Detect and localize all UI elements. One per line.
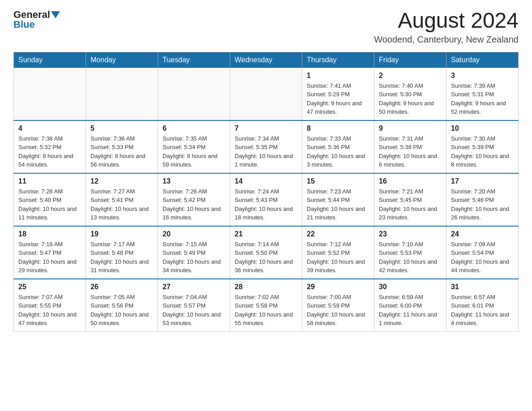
day-info: Sunrise: 7:23 AM Sunset: 5:44 PM Dayligh… [307,187,369,222]
day-info: Sunrise: 7:12 AM Sunset: 5:52 PM Dayligh… [307,240,369,275]
day-number: 25 [18,283,81,291]
day-info: Sunrise: 7:28 AM Sunset: 5:40 PM Dayligh… [18,187,81,222]
calendar-day-cell [86,68,158,120]
day-number: 8 [307,124,369,133]
weekday-header-wednesday: Wednesday [230,52,302,68]
day-number: 18 [18,230,81,238]
weekday-header-sunday: Sunday [14,52,86,68]
calendar-day-cell: 13Sunrise: 7:26 AM Sunset: 5:42 PM Dayli… [158,173,230,226]
calendar-day-cell: 25Sunrise: 7:07 AM Sunset: 5:55 PM Dayli… [14,279,86,332]
calendar-day-cell: 27Sunrise: 7:04 AM Sunset: 5:57 PM Dayli… [158,279,230,332]
day-info: Sunrise: 7:15 AM Sunset: 5:49 PM Dayligh… [163,240,225,275]
day-info: Sunrise: 7:39 AM Sunset: 5:31 PM Dayligh… [451,81,514,116]
location: Woodend, Canterbury, New Zealand [374,34,519,45]
day-number: 5 [90,124,153,133]
weekday-header-thursday: Thursday [302,52,374,68]
day-info: Sunrise: 7:05 AM Sunset: 5:56 PM Dayligh… [90,293,153,328]
calendar-day-cell: 4Sunrise: 7:38 AM Sunset: 5:32 PM Daylig… [14,120,86,173]
calendar-day-cell: 3Sunrise: 7:39 AM Sunset: 5:31 PM Daylig… [446,68,519,120]
day-number: 20 [163,230,225,238]
weekday-header-monday: Monday [86,52,158,68]
logo-triangle-icon [51,11,60,18]
calendar-day-cell: 24Sunrise: 7:09 AM Sunset: 5:54 PM Dayli… [446,226,519,279]
calendar-day-cell: 9Sunrise: 7:31 AM Sunset: 5:38 PM Daylig… [374,120,446,173]
day-number: 21 [235,230,297,238]
calendar-day-cell: 20Sunrise: 7:15 AM Sunset: 5:49 PM Dayli… [158,226,230,279]
day-info: Sunrise: 7:09 AM Sunset: 5:54 PM Dayligh… [451,240,514,275]
calendar-day-cell: 19Sunrise: 7:17 AM Sunset: 5:48 PM Dayli… [86,226,158,279]
calendar-day-cell: 14Sunrise: 7:24 AM Sunset: 5:43 PM Dayli… [230,173,302,226]
day-info: Sunrise: 7:36 AM Sunset: 5:33 PM Dayligh… [90,134,153,169]
calendar-day-cell: 17Sunrise: 7:20 AM Sunset: 5:46 PM Dayli… [446,173,519,226]
calendar-day-cell: 31Sunrise: 6:57 AM Sunset: 6:01 PM Dayli… [446,279,519,332]
day-info: Sunrise: 7:34 AM Sunset: 5:35 PM Dayligh… [235,134,297,169]
calendar-day-cell [230,68,302,120]
day-number: 22 [307,230,369,238]
title-area: August 2024 Woodend, Canterbury, New Zea… [374,9,519,45]
weekday-header-tuesday: Tuesday [158,52,230,68]
calendar-day-cell: 8Sunrise: 7:33 AM Sunset: 5:36 PM Daylig… [302,120,374,173]
day-number: 11 [18,177,81,185]
day-info: Sunrise: 7:33 AM Sunset: 5:36 PM Dayligh… [307,134,369,169]
day-number: 4 [18,124,81,133]
day-info: Sunrise: 7:02 AM Sunset: 5:58 PM Dayligh… [235,293,297,328]
day-number: 30 [379,283,442,291]
month-title: August 2024 [374,9,519,33]
calendar-day-cell: 11Sunrise: 7:28 AM Sunset: 5:40 PM Dayli… [14,173,86,226]
day-number: 29 [307,283,369,291]
calendar-day-cell: 16Sunrise: 7:21 AM Sunset: 5:45 PM Dayli… [374,173,446,226]
day-number: 27 [163,283,225,291]
day-number: 12 [90,177,153,185]
logo: General Blue [13,9,60,30]
calendar-day-cell: 28Sunrise: 7:02 AM Sunset: 5:58 PM Dayli… [230,279,302,332]
calendar-day-cell: 12Sunrise: 7:27 AM Sunset: 5:41 PM Dayli… [86,173,158,226]
day-number: 14 [235,177,297,185]
day-info: Sunrise: 7:24 AM Sunset: 5:43 PM Dayligh… [235,187,297,222]
day-info: Sunrise: 7:20 AM Sunset: 5:46 PM Dayligh… [451,187,514,222]
day-info: Sunrise: 7:00 AM Sunset: 5:59 PM Dayligh… [307,293,369,328]
day-info: Sunrise: 7:38 AM Sunset: 5:32 PM Dayligh… [18,134,81,169]
calendar-day-cell: 26Sunrise: 7:05 AM Sunset: 5:56 PM Dayli… [86,279,158,332]
day-number: 15 [307,177,369,185]
calendar-week-row: 4Sunrise: 7:38 AM Sunset: 5:32 PM Daylig… [14,120,519,173]
calendar-week-row: 25Sunrise: 7:07 AM Sunset: 5:55 PM Dayli… [14,279,519,332]
day-info: Sunrise: 6:57 AM Sunset: 6:01 PM Dayligh… [451,293,514,328]
day-info: Sunrise: 7:14 AM Sunset: 5:50 PM Dayligh… [235,240,297,275]
day-number: 2 [379,72,442,80]
calendar-week-row: 11Sunrise: 7:28 AM Sunset: 5:40 PM Dayli… [14,173,519,226]
calendar-table: SundayMondayTuesdayWednesdayThursdayFrid… [13,52,519,332]
page-header: General Blue August 2024 Woodend, Canter… [13,9,519,45]
calendar-day-cell: 18Sunrise: 7:18 AM Sunset: 5:47 PM Dayli… [14,226,86,279]
day-number: 7 [235,124,297,133]
calendar-day-cell [158,68,230,120]
day-number: 19 [90,230,153,238]
calendar-day-cell: 7Sunrise: 7:34 AM Sunset: 5:35 PM Daylig… [230,120,302,173]
calendar-day-cell: 2Sunrise: 7:40 AM Sunset: 5:30 PM Daylig… [374,68,446,120]
day-number: 3 [451,72,514,80]
day-number: 10 [451,124,514,133]
calendar-week-row: 18Sunrise: 7:18 AM Sunset: 5:47 PM Dayli… [14,226,519,279]
day-number: 28 [235,283,297,291]
calendar-day-cell: 29Sunrise: 7:00 AM Sunset: 5:59 PM Dayli… [302,279,374,332]
day-number: 31 [451,283,514,291]
day-number: 13 [163,177,225,185]
weekday-header-row: SundayMondayTuesdayWednesdayThursdayFrid… [14,52,519,68]
day-info: Sunrise: 7:40 AM Sunset: 5:30 PM Dayligh… [379,81,442,116]
day-info: Sunrise: 7:35 AM Sunset: 5:34 PM Dayligh… [163,134,225,169]
calendar-day-cell [14,68,86,120]
day-number: 6 [163,124,225,133]
day-info: Sunrise: 7:26 AM Sunset: 5:42 PM Dayligh… [163,187,225,222]
calendar-day-cell: 6Sunrise: 7:35 AM Sunset: 5:34 PM Daylig… [158,120,230,173]
calendar-day-cell: 23Sunrise: 7:10 AM Sunset: 5:53 PM Dayli… [374,226,446,279]
day-number: 16 [379,177,442,185]
calendar-day-cell: 22Sunrise: 7:12 AM Sunset: 5:52 PM Dayli… [302,226,374,279]
day-number: 17 [451,177,514,185]
day-info: Sunrise: 7:41 AM Sunset: 5:29 PM Dayligh… [307,81,369,116]
day-number: 26 [90,283,153,291]
day-number: 24 [451,230,514,238]
calendar-day-cell: 1Sunrise: 7:41 AM Sunset: 5:29 PM Daylig… [302,68,374,120]
day-number: 9 [379,124,442,133]
calendar-day-cell: 15Sunrise: 7:23 AM Sunset: 5:44 PM Dayli… [302,173,374,226]
day-info: Sunrise: 7:30 AM Sunset: 5:39 PM Dayligh… [451,134,514,169]
calendar-day-cell: 30Sunrise: 6:59 AM Sunset: 6:00 PM Dayli… [374,279,446,332]
